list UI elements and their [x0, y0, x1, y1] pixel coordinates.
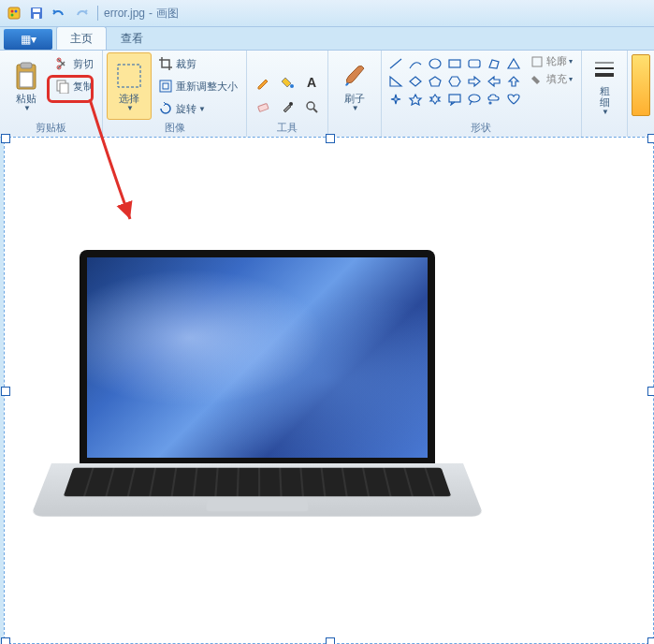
copy-icon [55, 79, 70, 94]
svg-point-22 [429, 59, 441, 68]
shape-gallery[interactable] [385, 54, 522, 107]
group-brush: 刷子▼ [328, 51, 382, 137]
redo-icon[interactable] [71, 3, 92, 23]
shape-pentagon[interactable] [425, 72, 445, 91]
shape-polygon[interactable] [484, 54, 504, 73]
undo-icon[interactable] [49, 3, 69, 23]
scissors-icon [55, 56, 70, 71]
svg-point-26 [469, 95, 480, 102]
svg-text:A: A [307, 75, 316, 90]
svg-rect-19 [258, 103, 269, 111]
quick-access-toolbar [4, 3, 92, 23]
svg-point-1 [11, 10, 14, 13]
shape-star5[interactable] [405, 90, 426, 109]
text-tool[interactable]: A [299, 70, 324, 95]
svg-rect-13 [60, 83, 68, 94]
file-menu-button[interactable]: ▦▾ [4, 29, 52, 50]
shape-line[interactable] [385, 54, 406, 73]
svg-rect-9 [20, 72, 33, 87]
ribbon: 粘贴▼ 剪切 复制 剪贴板 [0, 50, 654, 138]
rotate-icon [158, 101, 173, 116]
svg-rect-24 [469, 60, 480, 67]
svg-rect-23 [449, 60, 460, 67]
group-image: 选择▼ 裁剪 重新调整大小 旋转▼ 图 [103, 51, 247, 137]
group-partial [628, 51, 654, 137]
svg-rect-14 [118, 65, 140, 87]
title-sep: - [149, 7, 153, 20]
svg-rect-0 [8, 7, 20, 19]
svg-point-17 [290, 84, 294, 88]
svg-point-3 [11, 14, 14, 17]
titlebar: error.jpg - 画图 [0, 0, 654, 27]
shape-hexagon[interactable] [444, 72, 465, 91]
crop-icon [158, 56, 173, 71]
tab-bar: ▦▾ 主页 查看 [0, 27, 654, 50]
fill-button[interactable]: 填充▾ [528, 70, 575, 88]
app-icon[interactable] [4, 3, 24, 23]
shape-star4[interactable] [385, 90, 406, 109]
shape-heart[interactable] [503, 90, 524, 109]
svg-point-21 [307, 102, 314, 110]
resize-icon [158, 79, 173, 94]
shape-callout-cloud[interactable] [484, 90, 504, 109]
tab-home[interactable]: 主页 [56, 26, 107, 50]
pencil-tool[interactable] [251, 70, 275, 95]
svg-rect-6 [34, 14, 39, 19]
svg-rect-28 [532, 57, 542, 66]
color-partial[interactable] [632, 54, 650, 116]
fill-icon [530, 73, 544, 86]
group-clipboard: 粘贴▼ 剪切 复制 剪贴板 [0, 51, 103, 137]
eraser-tool[interactable] [251, 95, 275, 119]
copy-button[interactable]: 复制 [51, 75, 98, 97]
svg-point-27 [489, 102, 491, 104]
title-filename: error.jpg [104, 7, 145, 20]
brush-button[interactable]: 刷子▼ [332, 52, 377, 120]
group-stroke: 粗细▼ [582, 51, 628, 137]
group-label-image: 图像 [103, 121, 246, 135]
svg-point-20 [289, 102, 293, 106]
shape-oval[interactable] [425, 54, 445, 73]
shape-diamond[interactable] [405, 72, 426, 91]
magnify-tool[interactable] [299, 95, 324, 119]
picker-tool[interactable] [275, 95, 299, 119]
shape-roundrect[interactable] [464, 54, 485, 73]
shape-callout-oval[interactable] [464, 90, 485, 109]
group-label-tools: 工具 [247, 121, 327, 135]
shape-rect[interactable] [444, 54, 465, 73]
crop-button[interactable]: 裁剪 [153, 52, 242, 75]
outline-button[interactable]: 轮廓▾ [528, 52, 575, 70]
svg-rect-25 [449, 95, 460, 102]
outline-icon [530, 55, 544, 68]
shape-rtriangle[interactable] [385, 72, 406, 91]
title-appname: 画图 [156, 6, 179, 22]
shape-star6[interactable] [425, 90, 445, 109]
select-button[interactable]: 选择▼ [107, 52, 152, 120]
shape-curve[interactable] [405, 54, 426, 73]
shape-arrow-right[interactable] [464, 72, 485, 91]
save-icon[interactable] [26, 3, 47, 23]
svg-rect-5 [33, 8, 40, 12]
svg-point-2 [15, 10, 18, 13]
group-label-clipboard: 剪贴板 [0, 121, 102, 135]
stroke-width-button[interactable]: 粗细▼ [586, 52, 623, 120]
group-shapes: 轮廓▾ 填充▾ 形状 [382, 51, 582, 137]
shape-triangle[interactable] [503, 54, 524, 73]
shape-arrow-left[interactable] [484, 72, 504, 91]
canvas[interactable] [4, 137, 654, 644]
tab-view[interactable]: 查看 [107, 26, 157, 50]
svg-rect-8 [21, 63, 32, 68]
paste-button[interactable]: 粘贴▼ [4, 52, 49, 120]
shape-callout-rect[interactable] [444, 90, 465, 109]
rotate-button[interactable]: 旋转▼ [153, 97, 242, 120]
cut-button[interactable]: 剪切 [51, 52, 98, 75]
separator [97, 6, 98, 21]
group-tools: A 工具 [247, 51, 328, 137]
canvas-image [5, 138, 653, 643]
laptop-image [51, 250, 463, 548]
svg-rect-16 [163, 83, 168, 89]
svg-rect-15 [160, 80, 171, 92]
resize-button[interactable]: 重新调整大小 [153, 75, 242, 97]
fill-tool[interactable] [275, 70, 299, 95]
shape-arrow-up[interactable] [503, 72, 524, 91]
group-label-shapes: 形状 [382, 121, 581, 135]
